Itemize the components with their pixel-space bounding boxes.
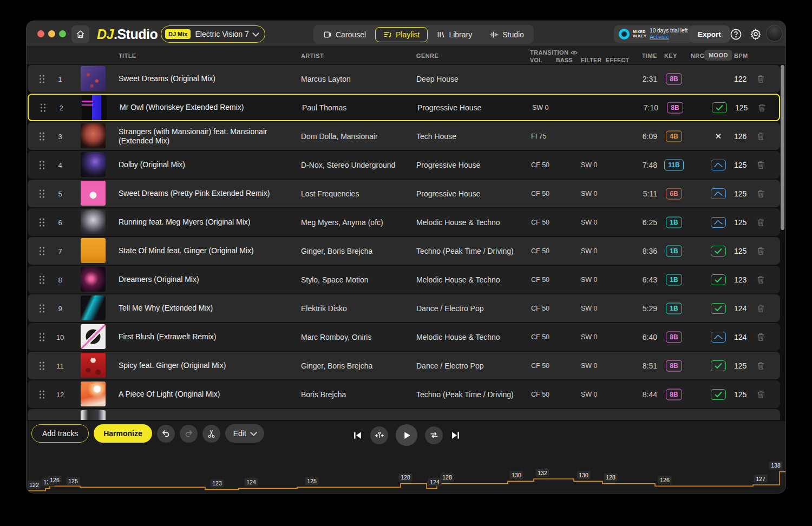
track-row[interactable]: 3 Strangers (with Mansionair) feat. Mans… bbox=[28, 122, 780, 150]
tab-library[interactable]: Library bbox=[429, 27, 480, 42]
mood-cell[interactable] bbox=[708, 360, 729, 371]
col-time[interactable]: TIME bbox=[642, 52, 657, 59]
delete-track-button[interactable] bbox=[753, 390, 768, 399]
table-scrollbar[interactable] bbox=[781, 65, 785, 420]
track-row[interactable]: 5 Sweet Dreams (Pretty Pink Extended Rem… bbox=[28, 180, 780, 207]
transition-filter-value[interactable]: SW 0 bbox=[581, 391, 598, 398]
delete-track-button[interactable] bbox=[753, 275, 768, 284]
col-title[interactable]: TITLE bbox=[119, 52, 136, 59]
user-avatar[interactable] bbox=[766, 25, 783, 42]
mood-cell[interactable] bbox=[708, 332, 729, 343]
transition-filter-value[interactable]: SW 0 bbox=[581, 305, 598, 312]
col-filter[interactable]: FILTER bbox=[581, 57, 601, 63]
drag-handle-icon[interactable] bbox=[40, 275, 44, 284]
export-button[interactable]: Export bbox=[689, 25, 730, 43]
delete-track-button[interactable] bbox=[753, 189, 768, 198]
drag-handle-icon[interactable] bbox=[40, 189, 44, 198]
transition-filter-value[interactable]: SW 0 bbox=[581, 219, 598, 226]
track-row[interactable]: 8 Dreamers (Original Mix) Stylo, Space M… bbox=[28, 266, 780, 293]
transition-filter-value[interactable]: SW 0 bbox=[581, 276, 598, 284]
drag-handle-icon[interactable] bbox=[40, 161, 44, 169]
track-row[interactable]: 12 A Piece Of Light (Original Mix) Boris… bbox=[28, 380, 780, 408]
track-row[interactable]: 2 Mr Owl (Whoriskey Extended Remix) Paul… bbox=[28, 94, 780, 121]
track-row[interactable]: 1 Sweet Dreams (Original Mix) Marcus Lay… bbox=[28, 65, 780, 93]
col-vol[interactable]: VOL bbox=[530, 57, 542, 63]
col-nrg[interactable]: NRG bbox=[691, 52, 705, 59]
activate-link[interactable]: Activate bbox=[650, 34, 669, 40]
transition-vol-value[interactable]: CF 50 bbox=[531, 276, 549, 284]
drag-handle-icon[interactable] bbox=[40, 361, 44, 370]
drag-handle-icon[interactable] bbox=[41, 103, 45, 111]
col-bpm[interactable]: BPM bbox=[734, 52, 748, 59]
col-effect[interactable]: EFFECT bbox=[606, 57, 629, 63]
scrollbar-thumb[interactable] bbox=[781, 65, 784, 230]
drag-handle-icon[interactable] bbox=[40, 304, 44, 312]
jump-to-transition-button[interactable] bbox=[370, 426, 388, 444]
transition-filter-value[interactable]: SW 0 bbox=[581, 161, 598, 169]
home-button[interactable] bbox=[71, 25, 89, 43]
help-button[interactable] bbox=[727, 25, 744, 43]
col-bass[interactable]: BASS bbox=[556, 57, 573, 63]
window-minimize-button[interactable] bbox=[48, 30, 55, 37]
harmonize-button[interactable]: Harmonize bbox=[94, 424, 152, 443]
tab-carousel[interactable]: Carousel bbox=[315, 27, 374, 42]
transition-vol-value[interactable]: CF 50 bbox=[531, 219, 549, 226]
previous-track-button[interactable] bbox=[352, 430, 363, 440]
window-close-button[interactable] bbox=[37, 30, 44, 37]
drag-handle-icon[interactable] bbox=[40, 333, 44, 341]
transition-vol-value[interactable]: CF 50 bbox=[531, 305, 549, 312]
delete-track-button[interactable] bbox=[753, 304, 768, 313]
eye-icon[interactable] bbox=[571, 50, 578, 56]
track-row[interactable]: 4 Dolby (Original Mix) D-Nox, Stereo Und… bbox=[28, 151, 780, 179]
delete-track-button[interactable] bbox=[753, 218, 768, 227]
col-genre[interactable]: GENRE bbox=[416, 52, 438, 59]
settings-button[interactable] bbox=[747, 25, 764, 43]
drag-handle-icon[interactable] bbox=[40, 132, 44, 140]
delete-track-button[interactable] bbox=[753, 361, 768, 370]
tab-studio[interactable]: Studio bbox=[481, 27, 532, 42]
window-zoom-button[interactable] bbox=[59, 30, 66, 37]
drag-handle-icon[interactable] bbox=[40, 247, 44, 255]
project-selector[interactable]: DJ Mix Electric Vision 7 bbox=[161, 25, 265, 43]
col-transition[interactable]: TRANSITION bbox=[530, 49, 578, 56]
col-artist[interactable]: ARTIST bbox=[301, 52, 324, 59]
drag-handle-icon[interactable] bbox=[40, 218, 44, 226]
delete-track-button[interactable] bbox=[754, 103, 769, 112]
edit-menu-button[interactable]: Edit bbox=[225, 424, 264, 443]
bpm-timeline-chart[interactable]: 1221241261251231241251281241281301321301… bbox=[27, 448, 786, 494]
delete-track-button[interactable] bbox=[753, 75, 768, 83]
track-row[interactable]: 7 State Of Mind feat. Ginger (Original M… bbox=[28, 237, 780, 265]
delete-track-button[interactable] bbox=[753, 161, 768, 169]
drag-handle-icon[interactable] bbox=[40, 75, 44, 83]
redo-button[interactable] bbox=[180, 425, 198, 443]
col-mood[interactable]: MOOD bbox=[704, 50, 732, 61]
col-key[interactable]: KEY bbox=[664, 52, 677, 59]
transition-vol-value[interactable]: CF 50 bbox=[531, 333, 549, 341]
drag-handle-icon[interactable] bbox=[40, 390, 44, 398]
transition-vol-value[interactable]: CF 50 bbox=[531, 190, 549, 198]
mood-cell[interactable] bbox=[709, 102, 730, 113]
cut-button[interactable] bbox=[202, 425, 220, 443]
loop-button[interactable] bbox=[425, 426, 443, 444]
mood-cell[interactable] bbox=[708, 303, 729, 314]
track-row[interactable]: 11 Spicy feat. Ginger (Original Mix) Gin… bbox=[28, 352, 780, 379]
mood-cell[interactable] bbox=[708, 274, 729, 285]
transition-filter-value[interactable]: SW 0 bbox=[581, 362, 598, 370]
mood-cell[interactable] bbox=[708, 217, 729, 228]
transition-filter-value[interactable]: SW 0 bbox=[581, 247, 598, 255]
mood-cell[interactable] bbox=[708, 188, 729, 199]
transition-vol-value[interactable]: CF 50 bbox=[531, 247, 549, 255]
track-row-partial[interactable] bbox=[28, 409, 780, 420]
play-button[interactable] bbox=[396, 424, 417, 446]
add-tracks-button[interactable]: Add tracks bbox=[31, 424, 89, 443]
mood-cell[interactable] bbox=[708, 389, 729, 400]
transition-filter-value[interactable]: SW 0 bbox=[581, 190, 598, 198]
delete-track-button[interactable] bbox=[753, 333, 768, 341]
transition-vol-value[interactable]: CF 50 bbox=[531, 362, 549, 370]
mood-cell[interactable]: ✕ bbox=[708, 132, 729, 141]
track-row[interactable]: 6 Running feat. Meg Myers (Original Mix)… bbox=[28, 208, 780, 236]
next-track-button[interactable] bbox=[450, 430, 461, 440]
track-row[interactable]: 10 First Blush (Extrawelt Remix) Marc Ro… bbox=[28, 323, 780, 351]
transition-vol-value[interactable]: SW 0 bbox=[532, 104, 549, 111]
mood-cell[interactable] bbox=[708, 160, 729, 170]
